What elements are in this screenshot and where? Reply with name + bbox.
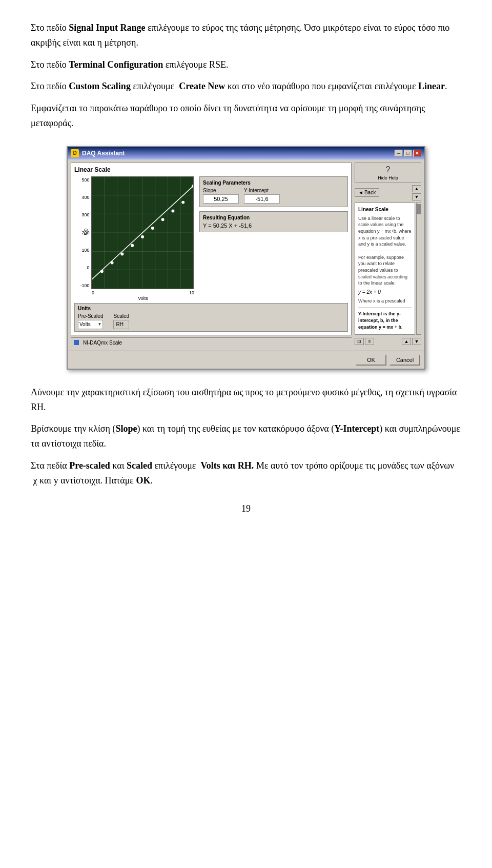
y-intercept-input[interactable] [244, 194, 280, 204]
pre-scaled-label: Pre-Scaled [78, 313, 103, 319]
ni-daqmx-icon [74, 340, 79, 345]
scaling-params-box: Scaling Parameters Slope Y-Intercept [199, 176, 348, 207]
daq-left-panel: Linear Scale 500 400 300 200 100 [71, 163, 352, 348]
daq-titlebar-icon: D [71, 149, 79, 157]
help-extra-btn-2[interactable]: ≡ [365, 338, 374, 345]
resulting-eq-text: Y = 50,25 X + -51,6 [203, 223, 344, 229]
help-text-3: Where x is a prescaled [358, 298, 412, 305]
page-number: 19 [31, 503, 461, 514]
svg-point-20 [131, 244, 134, 247]
maximize-button[interactable]: □ [404, 150, 412, 157]
help-scroll-down-2[interactable]: ▼ [412, 338, 421, 345]
params-row: Slope Y-Intercept [203, 188, 344, 204]
pre-scaled-group: Pre-Scaled Volts ▼ [78, 313, 103, 329]
paragraph-3: Στο πεδίο Custom Scaling επιλέγουμε Crea… [31, 79, 461, 94]
scroll-up-button[interactable]: ▲ [412, 185, 421, 192]
paragraph-5: Λύνουμε την χαρακτηριστική εξίσωση του α… [31, 385, 461, 415]
pre-scaled-combo-arrow: ▼ [98, 322, 102, 327]
bold-slope: Slope [115, 423, 137, 434]
linear-scale-box: Linear Scale 500 400 300 200 100 [71, 163, 352, 335]
cancel-button[interactable]: Cancel [389, 354, 420, 366]
scaled-group: Scaled RH [113, 313, 129, 329]
paragraph-7: Στα πεδία Pre-scaled και Scaled επιλέγου… [31, 458, 461, 488]
back-arrow-icon: ◄ [358, 190, 363, 195]
y-label-100: 100 [75, 248, 90, 253]
resulting-eq-box: Resulting Equation Y = 50,25 X + -51,6 [199, 211, 348, 232]
svg-point-21 [141, 235, 144, 238]
daq-dialog: D DAQ Assistant ─ □ ✕ Linear Scale [67, 146, 425, 370]
scaling-params-title: Scaling Parameters [203, 180, 344, 186]
back-label: Back [364, 190, 376, 195]
daq-titlebar: D DAQ Assistant ─ □ ✕ [68, 147, 424, 159]
bold-linear: Linear [418, 81, 445, 91]
bold-create-new: Create New [179, 81, 225, 91]
back-button[interactable]: ◄ Back [355, 188, 379, 197]
daq-footer: OK Cancel [68, 351, 424, 369]
svg-point-22 [151, 227, 154, 230]
close-button[interactable]: ✕ [413, 150, 421, 157]
help-separator-1 [358, 251, 412, 251]
daq-right-panel: ? Hide Help ◄ Back ▲ ▼ [355, 163, 421, 348]
daq-dialog-wrapper: D DAQ Assistant ─ □ ✕ Linear Scale [31, 146, 461, 370]
y-label-400: 400 [75, 195, 90, 200]
help-scroll-buttons: ▲ ▼ [412, 185, 421, 200]
bold-pre-scaled: Pre-scaled [69, 460, 110, 471]
daq-dialog-title: DAQ Assistant [82, 150, 125, 157]
help-extra-buttons: ⊡ ≡ ▲ ▼ [355, 338, 421, 345]
daq-titlebar-controls: ─ □ ✕ [395, 150, 421, 157]
params-section: Scaling Parameters Slope Y-Intercept [199, 176, 348, 232]
ni-daqmx-label: NI-DAQmx Scale [83, 340, 122, 346]
help-scroll-up-2[interactable]: ▲ [402, 338, 411, 345]
help-icon: ? [386, 165, 391, 174]
slope-input[interactable] [203, 194, 239, 204]
y-label-0: 0 [75, 265, 90, 270]
daq-body: Linear Scale 500 400 300 200 100 [68, 159, 424, 351]
bold-signal-input-range: Signal Input Range [69, 23, 145, 33]
help-scrollbar[interactable] [416, 203, 421, 335]
svg-point-18 [110, 261, 113, 264]
help-extra-btn-1[interactable]: ⊡ [355, 338, 364, 345]
help-text-2: For example, suppose you want to relate … [358, 254, 412, 287]
chart-svg [92, 177, 193, 289]
chart-container: 500 400 300 200 100 0 -100 [75, 176, 194, 289]
y-label-n100: -100 [75, 283, 90, 288]
linear-scale-title: Linear Scale [74, 166, 348, 173]
minimize-button[interactable]: ─ [395, 150, 403, 157]
svg-point-17 [100, 270, 103, 273]
chart-area [91, 176, 194, 289]
daq-titlebar-left: D DAQ Assistant [71, 149, 125, 157]
hide-help-button[interactable]: ? Hide Help [355, 163, 421, 183]
scrollbar-thumb [417, 204, 421, 214]
paragraph-1: Στο πεδίο Signal Input Range επιλέγουμε … [31, 21, 461, 50]
help-content-box: Linear Scale Use a linear scale to scale… [355, 203, 415, 335]
help-content-row: Linear Scale Use a linear scale to scale… [355, 203, 421, 335]
bold-terminal-configuration: Terminal Configuration [69, 59, 163, 70]
bold-volts-rh: Volts και RH. [200, 460, 254, 471]
ok-button[interactable]: OK [356, 354, 386, 366]
help-content-title: Linear Scale [358, 206, 412, 213]
units-title: Units [78, 306, 344, 311]
help-formula: y = 2x + 0 [358, 289, 412, 296]
resulting-eq-title: Resulting Equation [203, 215, 344, 220]
y-axis-label: E () [83, 228, 87, 235]
scaled-value: RH [113, 320, 129, 329]
help-nav: ◄ Back ▲ ▼ [355, 185, 421, 200]
y-intercept-group: Y-Intercept [244, 188, 280, 204]
pre-scaled-combo[interactable]: Volts ▼ [78, 320, 103, 329]
svg-point-24 [171, 209, 174, 212]
help-text-1: Use a linear scale to scale values using… [358, 215, 412, 248]
paragraph-4: Εμφανίζεται το παρακάτω παράθυρο το οποί… [31, 101, 461, 131]
svg-point-25 [181, 200, 184, 204]
svg-point-23 [161, 218, 164, 221]
pre-scaled-value: Volts [79, 321, 97, 327]
bold-y-intercept: Y-Intercept [334, 423, 379, 434]
help-separator-2 [358, 307, 412, 308]
scaled-label: Scaled [113, 313, 129, 319]
svg-point-19 [120, 252, 124, 255]
y-intercept-label: Y-Intercept [244, 188, 280, 193]
units-row: Pre-Scaled Volts ▼ Scaled RH [78, 313, 344, 329]
y-label-500: 500 [75, 177, 90, 183]
bold-scaled: Scaled [127, 460, 152, 471]
hide-help-label: Hide Help [378, 175, 398, 180]
scroll-down-button[interactable]: ▼ [412, 193, 421, 200]
